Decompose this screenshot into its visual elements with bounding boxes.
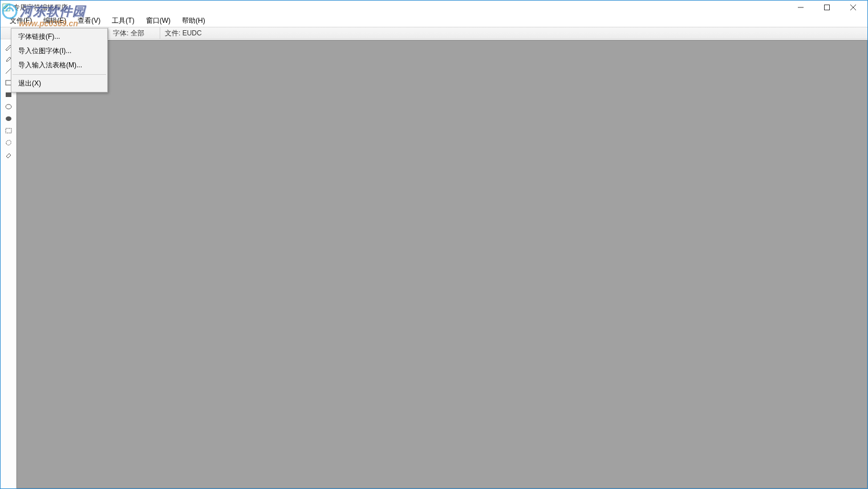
menu-item-import-bitmap[interactable]: 导入位图字体(I)... [11,44,107,58]
font-label: 字体: [113,29,128,38]
file-value: EUDC [182,29,202,37]
app-window: 专用字符编辑程序 文件(F) 编辑(E) 查看(V) 工具(T) 窗口(W) 帮… [0,0,868,489]
menu-item-import-ime[interactable]: 导入输入法表格(M)... [11,58,107,72]
menu-item-font-link[interactable]: 字体链接(F)... [11,30,107,44]
svg-rect-10 [6,128,11,133]
maximize-button[interactable] [814,1,840,14]
app-icon [2,3,11,12]
menu-file[interactable]: 文件(F) [4,15,38,27]
svg-rect-6 [6,80,11,85]
title-bar: 专用字符编辑程序 [1,1,867,14]
menu-item-exit[interactable]: 退出(X) [11,76,107,91]
menu-bar: 文件(F) 编辑(E) 查看(V) 工具(T) 窗口(W) 帮助(H) [1,14,867,27]
toolbox [1,40,17,488]
tool-ellipse-outline[interactable] [2,101,15,112]
workspace [1,39,867,488]
menu-separator [13,74,106,75]
window-controls [788,1,866,14]
svg-point-8 [6,104,11,109]
tool-ellipse-filled[interactable] [2,113,15,124]
menu-edit[interactable]: 编辑(E) [38,15,72,27]
close-button[interactable] [840,1,866,14]
svg-rect-2 [825,5,830,10]
info-bar: 字体: 全部 文件: EUDC [1,27,867,39]
canvas-area[interactable] [17,40,867,488]
file-menu-dropdown: 字体链接(F)... 导入位图字体(I)... 导入输入法表格(M)... 退出… [11,28,108,92]
tool-eraser[interactable] [2,149,15,160]
svg-line-5 [6,68,11,74]
svg-rect-7 [6,92,11,97]
minimize-button[interactable] [788,1,814,14]
tool-select-freeform[interactable] [2,137,15,148]
tool-select-rectangle[interactable] [2,125,15,136]
svg-point-9 [6,116,11,121]
menu-window[interactable]: 窗口(W) [140,15,176,27]
info-cell-font: 字体: 全部 [108,27,160,39]
window-title: 专用字符编辑程序 [13,3,68,13]
file-label: 文件: [165,29,180,38]
menu-help[interactable]: 帮助(H) [176,15,211,27]
menu-tool[interactable]: 工具(T) [106,15,140,27]
font-value: 全部 [131,29,144,38]
menu-view[interactable]: 查看(V) [72,15,106,27]
info-cell-file: 文件: EUDC [160,27,206,39]
